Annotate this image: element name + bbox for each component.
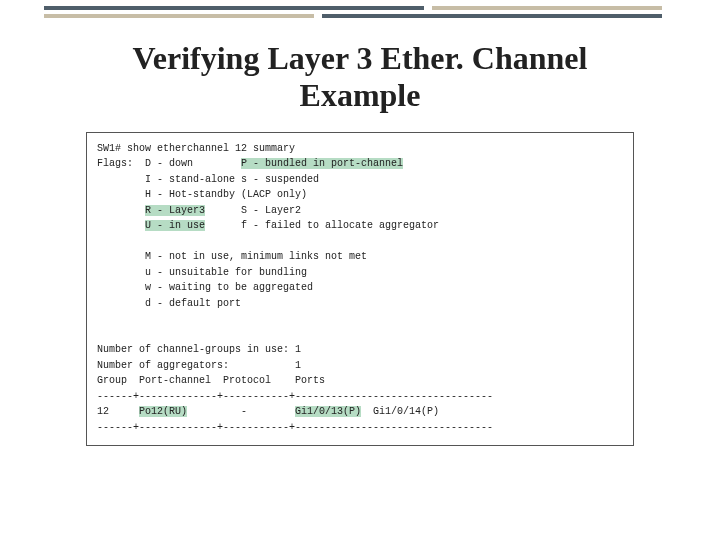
summary-line: Number of channel-groups in use: 1 [97, 344, 301, 355]
flag-line: I - stand-alone s - suspended [97, 174, 319, 185]
flag-line: w - waiting to be aggregated [97, 282, 313, 293]
terminal-output-box: SW1# show etherchannel 12 summary Flags:… [86, 132, 634, 447]
slide: Verifying Layer 3 Ether. Channel Example… [0, 0, 720, 540]
flag-f: f - failed to allocate aggregator [205, 220, 439, 231]
accent-bar [44, 14, 314, 18]
row-port-channel: Po12(RU) [139, 406, 187, 417]
flag-R: R - Layer3 [145, 205, 205, 216]
title-line-1: Verifying Layer 3 Ether. Channel [133, 40, 588, 76]
prompt: SW1# [97, 143, 127, 154]
row-group: 12 [97, 406, 139, 417]
title-line-2: Example [300, 77, 421, 113]
indent [97, 220, 145, 231]
row-protocol: - [187, 406, 295, 417]
accent-bar [432, 6, 662, 10]
table-rule: ------+-------------+-----------+-------… [97, 422, 493, 433]
flag-line: M - not in use, minimum links not met [97, 251, 367, 262]
indent [97, 205, 145, 216]
flags-line: Flags: D - down [97, 158, 241, 169]
flag-U: U - in use [145, 220, 205, 231]
header-accent-bars [44, 6, 672, 18]
page-title: Verifying Layer 3 Ether. Channel Example [40, 40, 680, 114]
accent-bar [322, 14, 662, 18]
flag-line: H - Hot-standby (LACP only) [97, 189, 307, 200]
table-rule: ------+-------------+-----------+-------… [97, 391, 493, 402]
summary-line: Number of aggregators: 1 [97, 360, 301, 371]
flag-line: u - unsuitable for bundling [97, 267, 307, 278]
flag-P: P - bundled in port-channel [241, 158, 403, 169]
command-text: show etherchannel 12 summary [127, 143, 295, 154]
row-port-2: Gi1/0/14(P) [361, 406, 439, 417]
flag-S: S - Layer2 [205, 205, 301, 216]
terminal-output: SW1# show etherchannel 12 summary Flags:… [97, 141, 623, 436]
flag-line: d - default port [97, 298, 241, 309]
accent-bar [44, 6, 424, 10]
table-header: Group Port-channel Protocol Ports [97, 375, 325, 386]
row-port-1: Gi1/0/13(P) [295, 406, 361, 417]
